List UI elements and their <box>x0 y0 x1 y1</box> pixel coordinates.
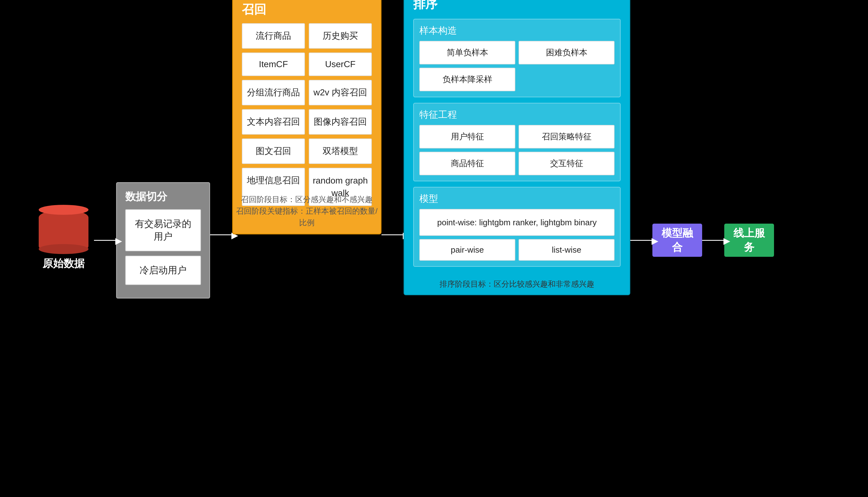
raw-data-node: 原始数据 <box>33 210 94 271</box>
recall-item-4: 分组流行商品 <box>242 80 305 105</box>
recall-item-5: w2v 内容召回 <box>309 80 372 105</box>
model-fusion-box: 模型融合 <box>652 224 702 257</box>
recall-item-9: 双塔模型 <box>309 139 372 164</box>
sample-construction-grid: 简单负样本 困难负样本 负样本降采样 <box>419 41 614 91</box>
sample-item-0: 简单负样本 <box>419 41 515 65</box>
recall-box: 召回 流行商品 历史购买 ItemCF UserCF 分组流行商品 w2v 内容… <box>232 0 382 235</box>
model-grid: point-wise: lightgbm ranker, lightgbm bi… <box>419 209 614 261</box>
raw-data-label: 原始数据 <box>43 256 85 271</box>
ranking-box: 排序 样本构造 简单负样本 困难负样本 负样本降采样 特征工程 用户特征 召回策… <box>403 0 630 295</box>
model-section: 模型 point-wise: lightgbm ranker, lightgbm… <box>413 187 621 267</box>
feature-item-0: 用户特征 <box>419 125 515 148</box>
data-split-box: 数据切分 有交易记录的用户 冷启动用户 <box>116 182 210 299</box>
arrow-5 <box>702 240 724 241</box>
arrow-1 <box>94 240 116 241</box>
feature-item-2: 商品特征 <box>419 152 515 175</box>
model-fusion-label: 模型融合 <box>660 226 694 254</box>
recall-item-2: ItemCF <box>242 53 305 76</box>
recall-caption-line1: 召回阶段目标：区分感兴趣和不感兴趣 <box>241 195 373 204</box>
data-split-title: 数据切分 <box>125 190 201 204</box>
feature-engineering-section: 特征工程 用户特征 召回策略特征 商品特征 交互特征 <box>413 103 621 181</box>
online-service-box: 线上服务 <box>724 224 774 257</box>
recall-item-1: 历史购买 <box>309 23 372 49</box>
recall-item-3: UserCF <box>309 53 372 76</box>
arrow-4 <box>630 240 652 241</box>
model-section-title: 模型 <box>419 193 614 205</box>
recall-item-0: 流行商品 <box>242 23 305 49</box>
recall-title: 召回 <box>242 1 372 18</box>
arrow-3 <box>382 235 403 235</box>
recall-caption-line2: 召回阶段关键指标：正样本被召回的数量/比例 <box>236 207 378 227</box>
online-service-label: 线上服务 <box>732 226 766 254</box>
feature-item-3: 交互特征 <box>518 152 614 175</box>
feature-engineering-grid: 用户特征 召回策略特征 商品特征 交互特征 <box>419 125 614 175</box>
recall-item-6: 文本内容召回 <box>242 109 305 134</box>
sample-item-2: 负样本降采样 <box>419 68 515 91</box>
data-split-item-0: 有交易记录的用户 <box>125 209 201 251</box>
ranking-caption: 排序阶段目标：区分比较感兴趣和非常感兴趣 <box>404 279 629 289</box>
recall-item-7: 图像内容召回 <box>309 109 372 134</box>
model-item-0: point-wise: lightgbm ranker, lightgbm bi… <box>419 209 614 236</box>
arrow-2 <box>210 235 232 235</box>
data-split-item-1: 冷启动用户 <box>125 256 201 285</box>
feature-engineering-title: 特征工程 <box>419 108 614 121</box>
ranking-title: 排序 <box>413 0 621 12</box>
db-cylinder-shape <box>39 210 88 254</box>
feature-item-1: 召回策略特征 <box>518 125 614 148</box>
recall-item-8: 图文召回 <box>242 139 305 164</box>
sample-construction-section: 样本构造 简单负样本 困难负样本 负样本降采样 <box>413 19 621 97</box>
recall-caption: 召回阶段目标：区分感兴趣和不感兴趣 召回阶段关键指标：正样本被召回的数量/比例 <box>233 194 381 229</box>
sample-construction-title: 样本构造 <box>419 24 614 37</box>
sample-item-1: 困难负样本 <box>518 41 614 65</box>
recall-grid: 流行商品 历史购买 ItemCF UserCF 分组流行商品 w2v 内容召回 … <box>242 23 372 206</box>
model-item-2: list-wise <box>518 239 614 261</box>
model-item-1: pair-wise <box>419 239 515 261</box>
model-bottom-grid: pair-wise list-wise <box>419 239 614 261</box>
main-diagram: 原始数据 数据切分 有交易记录的用户 冷启动用户 召回 流行商品 历史购买 It… <box>33 20 835 477</box>
